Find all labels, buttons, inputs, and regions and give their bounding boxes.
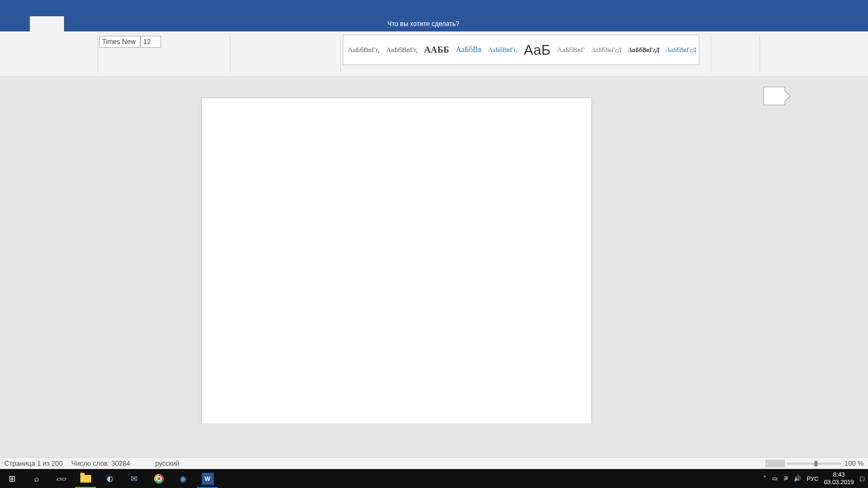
task-view-button[interactable]: ▱▱ [49, 469, 73, 488]
font-group [99, 36, 161, 48]
tray-volume-icon[interactable]: 🔊 [794, 475, 801, 482]
taskbar-app-sync[interactable]: ◉ [171, 469, 195, 488]
status-zoom[interactable]: 100 % [845, 460, 864, 467]
start-button[interactable]: ⊞ [0, 469, 24, 488]
status-page[interactable]: Страница 1 из 200 [4, 460, 63, 467]
zoom-slider[interactable] [787, 463, 841, 465]
style-item[interactable]: АаБбВвГг, [347, 43, 381, 56]
sync-icon: ◉ [180, 474, 187, 484]
tray-clock[interactable]: 8:43 03.03.2019 [824, 471, 854, 485]
ribbon-tab-active[interactable] [30, 16, 64, 31]
ribbon: АаБбВвГг,АаБбВвГг,ААББАаБбВвАаБбВвГг,АаБ… [0, 31, 868, 77]
status-bar: Страница 1 из 200 Число слов: 30284 русс… [0, 457, 868, 469]
tray-date: 03.03.2019 [824, 479, 854, 486]
ribbon-divider [711, 36, 711, 72]
steam-icon: ◐ [105, 474, 115, 484]
style-item[interactable]: АаБбВвГгД [627, 44, 661, 55]
taskbar-app-explorer[interactable] [73, 469, 98, 488]
ribbon-divider [760, 36, 760, 72]
windows-icon: ⊞ [9, 474, 16, 484]
zoom-slider-thumb[interactable] [814, 461, 818, 466]
mail-icon: ✉ [131, 474, 138, 484]
tray-language[interactable]: РУС [807, 476, 819, 482]
style-item[interactable]: АаБбВвГг, [487, 44, 519, 56]
word-icon: W [202, 473, 214, 485]
taskbar-app-steam[interactable]: ◐ [98, 469, 122, 488]
tray-notifications-icon[interactable]: ▢ [859, 475, 865, 482]
style-item[interactable]: ААББ [423, 43, 450, 57]
status-words[interactable]: Число слов: 30284 [72, 460, 130, 467]
margin-tag[interactable] [763, 87, 785, 105]
font-name-input[interactable] [99, 36, 141, 48]
style-item[interactable]: АаБбВвГ [556, 43, 586, 56]
search-button[interactable]: ⌕ [24, 469, 49, 488]
document-area [0, 77, 868, 423]
tray-chevron-icon[interactable]: ˄ [763, 475, 767, 482]
chrome-icon [154, 474, 164, 484]
horizontal-scroll-thumb[interactable] [765, 460, 785, 467]
ribbon-divider [340, 36, 341, 72]
windows-taskbar: ⊞ ⌕ ▱▱ ◐ ✉ ◉ W ˄ ▭ ⚞ 🔊 РУС 8:43 03.03.20… [0, 469, 868, 488]
taskbar-app-word[interactable]: W [195, 469, 220, 488]
system-tray: ˄ ▭ ⚞ 🔊 РУС 8:43 03.03.2019 ▢ [763, 471, 868, 485]
styles-gallery[interactable]: АаБбВвГг,АаБбВвГг,ААББАаБбВвАаБбВвГг,АаБ… [343, 35, 699, 65]
tray-time: 8:43 [824, 471, 854, 478]
folder-icon [80, 475, 91, 483]
titlebar-right [34, 0, 868, 16]
style-item[interactable]: АаБбВвГгД [665, 44, 698, 55]
ribbon-divider [98, 36, 98, 72]
taskbar-app-chrome[interactable] [146, 469, 171, 488]
ribbon-divider [230, 36, 231, 72]
ribbon-tabstrip: Что вы хотите сделать? [0, 16, 868, 31]
style-item[interactable]: АаБбВв [455, 43, 482, 56]
status-left: Страница 1 из 200 Число слов: 30284 русс… [0, 460, 180, 467]
status-right: 100 % [787, 460, 868, 467]
tell-me-prompt[interactable]: Что вы хотите сделать? [387, 20, 459, 28]
status-language[interactable]: русский [155, 460, 180, 467]
titlebar-corner [0, 0, 34, 16]
tray-wifi-icon[interactable]: ⚞ [783, 475, 788, 482]
search-icon: ⌕ [34, 474, 39, 483]
style-item[interactable]: АаБбВвГгД [590, 44, 623, 55]
style-item[interactable]: АаБбВвГг, [385, 43, 419, 56]
taskbar-app-mail[interactable]: ✉ [122, 469, 146, 488]
tray-battery-icon[interactable]: ▭ [772, 475, 777, 482]
taskview-icon: ▱▱ [56, 475, 66, 483]
document-page[interactable] [201, 98, 592, 423]
window-titlebar [0, 0, 868, 16]
ribbon-tab-spacer: Что вы хотите сделать? [64, 16, 868, 31]
font-size-input[interactable] [141, 36, 161, 48]
style-item[interactable]: АаБ [523, 40, 552, 61]
